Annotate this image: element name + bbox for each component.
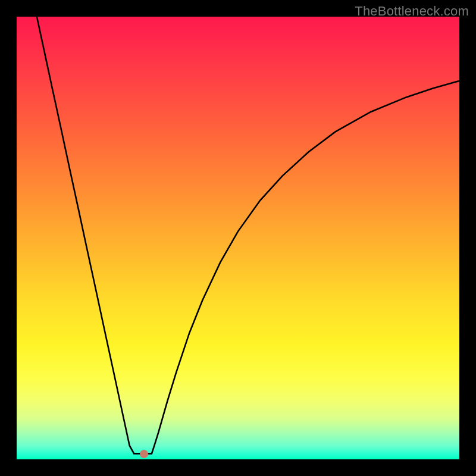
watermark-text: TheBottleneck.com [355, 4, 469, 19]
plot-area [17, 17, 459, 459]
chart-container: TheBottleneck.com [0, 0, 476, 476]
bottleneck-curve [17, 17, 459, 459]
optimal-point-marker [140, 450, 148, 458]
